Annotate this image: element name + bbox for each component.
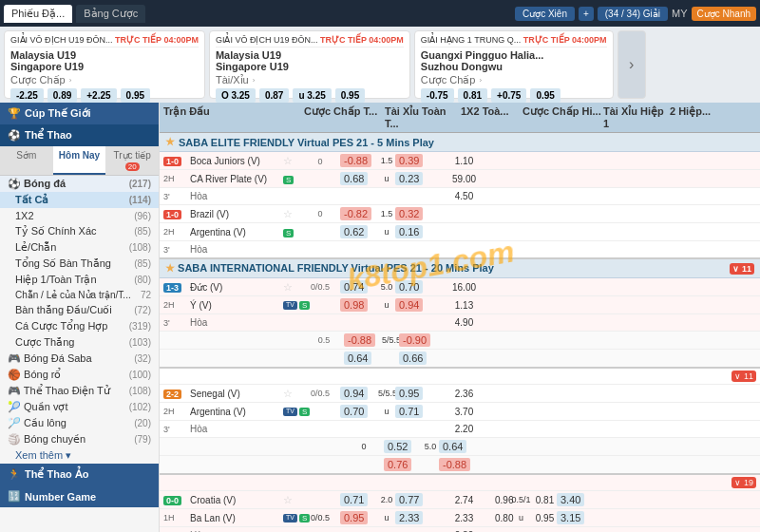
card1-odd3[interactable]: +2.25 xyxy=(81,88,116,103)
odd-ou-val-3[interactable]: 0.70 xyxy=(395,280,423,294)
icon-tv-5[interactable]: TV xyxy=(283,514,297,522)
tab-truc-tiep[interactable]: Trực tiếp 20 xyxy=(105,146,159,175)
sidebar-1x2[interactable]: 1X2 (96) xyxy=(0,208,159,223)
card3-odd4[interactable]: 0.95 xyxy=(530,88,560,103)
odd-handicap-1[interactable]: -0.88 xyxy=(340,154,371,167)
odd-h2-4[interactable]: 0.70 xyxy=(340,405,378,418)
tab-som[interactable]: Sớm xyxy=(0,146,53,175)
tab-phieu-dat[interactable]: Phiếu Đặ... xyxy=(4,5,72,23)
odd-ou2-val-4[interactable]: 0.71 xyxy=(395,405,423,418)
sidebar-the-thao-ao[interactable]: 🏃 Thể Thao Ảo xyxy=(0,464,159,485)
odd-ou-1[interactable]: 0.39 xyxy=(395,154,433,167)
odd-extra-4d2[interactable]: 0.64 xyxy=(439,440,466,453)
card1-odd4[interactable]: 0.95 xyxy=(121,88,150,103)
fav-star-1[interactable]: ☆ xyxy=(283,155,293,166)
odd-extra-4e2[interactable]: -0.88 xyxy=(439,458,470,471)
odd-ou-2[interactable]: 0.32 xyxy=(395,207,433,220)
fav-star-2[interactable]: ☆ xyxy=(283,208,293,219)
star-cell-3[interactable]: ☆ xyxy=(283,281,300,294)
sidebar-bong-da-saba[interactable]: 🎮 Bóng Đá Saba (32) xyxy=(0,351,159,367)
odd-ou-val-1[interactable]: 0.39 xyxy=(395,154,423,167)
odd-extra-3e2[interactable]: 0.66 xyxy=(399,352,427,365)
fav-star-4[interactable]: ☆ xyxy=(283,388,293,399)
card1-odd1[interactable]: -2.25 xyxy=(10,88,44,103)
odd-h1-val-3[interactable]: 0.74 xyxy=(340,280,368,294)
odd-ou2-3[interactable]: 0.94 xyxy=(395,298,433,312)
sidebar-quan-vot[interactable]: 🎾 Quần vợt (102) xyxy=(0,399,159,415)
odd-h2-5[interactable]: 0.95 xyxy=(340,511,378,524)
odd-ou2-5[interactable]: 2.33 xyxy=(395,511,433,524)
odd-h1-2[interactable]: -0.82 xyxy=(340,207,378,220)
icon-s-1[interactable]: S xyxy=(283,176,294,184)
sidebar-dien-tu[interactable]: 🎮 Thể Thao Điện Tử (108) xyxy=(0,383,159,399)
card2-odd4[interactable]: 0.95 xyxy=(335,88,365,103)
odd-extra-3d1[interactable]: -0.88 xyxy=(344,333,375,347)
sidebar-tat-ca[interactable]: Tất Cả (114) xyxy=(0,192,159,208)
odd-extra-4e1[interactable]: 0.76 xyxy=(384,458,411,471)
tab-bang-cuoc[interactable]: Bảng Cược xyxy=(76,5,145,23)
sidebar-cau-long[interactable]: 🏸 Cầu lông (20) xyxy=(0,415,159,431)
sidebar-cup-the-gioi[interactable]: 🏆 Cúp Thế Giới xyxy=(0,103,159,124)
cuoc-xien-button[interactable]: Cược Xiên xyxy=(515,7,575,21)
odd-ou2-val-3[interactable]: 0.94 xyxy=(395,298,423,312)
sidebar-cuoc-thang[interactable]: Cược Thắng (103) xyxy=(0,334,159,351)
odd-extra-4d1[interactable]: 0.52 xyxy=(384,440,411,453)
star-cell-1[interactable]: ☆ xyxy=(283,155,300,167)
odd-h2-val-4[interactable]: 0.70 xyxy=(340,405,368,418)
sidebar-le-chan[interactable]: Lẻ/Chẵn (108) xyxy=(0,239,159,256)
odd-ou2-2[interactable]: 0.16 xyxy=(395,225,433,238)
card2-odd2[interactable]: 0.87 xyxy=(259,88,289,103)
odd-ou-4[interactable]: 0.95 xyxy=(395,387,433,400)
odd-ou2-val-1[interactable]: 0.23 xyxy=(395,172,423,185)
sidebar-number-game[interactable]: 🔢 Number Game xyxy=(0,485,159,507)
odd-handicap-2-2[interactable]: 0.62 xyxy=(340,225,368,238)
odd-extra-3e1[interactable]: 0.64 xyxy=(344,352,371,365)
icon-s-2[interactable]: S xyxy=(283,229,294,238)
card2-odd1[interactable]: O 3.25 xyxy=(216,88,256,103)
card3-odd2[interactable]: 0.81 xyxy=(458,88,487,103)
odd-h1-3[interactable]: 0.74 xyxy=(340,280,378,294)
icon-s-3[interactable]: S xyxy=(299,301,310,310)
icon-tv-4[interactable]: TV xyxy=(283,408,297,416)
sidebar-bong-da[interactable]: ⚽ Bóng đá (217) xyxy=(0,176,159,192)
odd-h2-val-3[interactable]: 0.98 xyxy=(340,298,368,312)
sidebar-bong-chuyen[interactable]: 🏐 Bóng chuyền (79) xyxy=(0,431,159,447)
sidebar-tong-so[interactable]: Tổng Số Bàn Thắng (85) xyxy=(0,256,159,272)
sidebar-xem-them[interactable]: Xem thêm ▾ xyxy=(0,447,159,464)
card-more-icon[interactable]: › xyxy=(629,56,634,73)
card2-odd3[interactable]: u 3.25 xyxy=(293,88,331,103)
odd-extra-3d2[interactable]: -0.90 xyxy=(399,333,430,347)
odd-ou2-val-2[interactable]: 0.16 xyxy=(395,225,423,238)
odd-h2-1[interactable]: 0.68 xyxy=(340,172,378,185)
fav-star-5[interactable]: ☆ xyxy=(283,494,293,505)
plus-button[interactable]: + xyxy=(579,7,594,21)
star-cell-2[interactable]: ☆ xyxy=(283,208,300,220)
odd-h2-3[interactable]: 0.98 xyxy=(340,298,378,312)
odd-ou-5[interactable]: 0.77 xyxy=(395,493,433,506)
card3-odd1[interactable]: -0.75 xyxy=(421,88,454,103)
giai-button[interactable]: (34 / 34) Giải xyxy=(598,7,668,21)
star-cell-4[interactable]: ☆ xyxy=(283,388,300,400)
odd-ou-val-5[interactable]: 0.77 xyxy=(395,493,423,506)
odd-ou-val-4[interactable]: 0.95 xyxy=(395,387,423,400)
hi4-5[interactable]: 3.40 xyxy=(557,493,585,506)
fav-star-3[interactable]: ☆ xyxy=(283,281,293,293)
sidebar-ty-so[interactable]: Tỷ Số Chính Xác (85) xyxy=(0,223,159,239)
odd-h1-val-4[interactable]: 0.94 xyxy=(340,387,368,400)
star-cell-5[interactable]: ☆ xyxy=(283,494,300,506)
odd-h1-val-5[interactable]: 0.71 xyxy=(340,493,368,506)
card1-odd2[interactable]: 0.89 xyxy=(48,88,77,103)
odd-h1-5[interactable]: 0.71 xyxy=(340,493,378,506)
sidebar-hiep1[interactable]: Hiệp 1/Toàn Trận (80) xyxy=(0,272,159,288)
card3-odd3[interactable]: +0.75 xyxy=(491,88,526,103)
sidebar-chan-le[interactable]: Chẵn / Lẻ của Nửa trận/T... 72 xyxy=(0,288,159,302)
sidebar-the-thao[interactable]: ⚽ Thể Thao xyxy=(0,124,159,146)
odd-handicap-1-2[interactable]: -0.82 xyxy=(340,207,371,220)
odd-ou-val-2[interactable]: 0.32 xyxy=(395,207,423,220)
odd-h1-4[interactable]: 0.94 xyxy=(340,387,378,400)
hi8-5[interactable]: 3.15 xyxy=(557,511,585,524)
odd-ou-3[interactable]: 0.70 xyxy=(395,280,433,294)
icon-tv-3[interactable]: TV xyxy=(283,301,297,310)
sidebar-ca-cuoc[interactable]: Cá Cược Tổng Hợp (319) xyxy=(0,318,159,334)
tab-hom-nay[interactable]: Hôm Nay xyxy=(53,146,106,175)
